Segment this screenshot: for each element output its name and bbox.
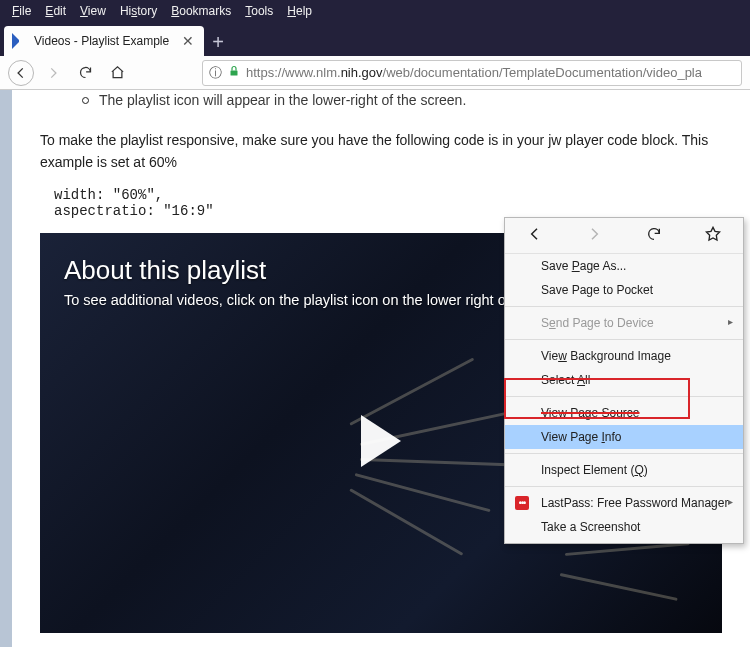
- ctx-lastpass[interactable]: ••• LastPass: Free Password Manager ▸: [505, 491, 743, 515]
- ctx-reload-icon[interactable]: [639, 226, 669, 246]
- lastpass-icon: •••: [515, 496, 529, 510]
- ctx-inspect-element[interactable]: Inspect Element (Q): [505, 458, 743, 482]
- menu-help[interactable]: Help: [281, 2, 318, 20]
- lock-icon[interactable]: [228, 65, 240, 80]
- back-button[interactable]: [8, 60, 34, 86]
- menu-history[interactable]: History: [114, 2, 163, 20]
- navigation-toolbar: ⓘ https://www.nlm.nih.gov/web/documentat…: [0, 56, 750, 90]
- ctx-view-page-info[interactable]: View Page Info: [505, 425, 743, 449]
- forward-button: [40, 60, 66, 86]
- info-icon[interactable]: ⓘ: [209, 64, 222, 82]
- url-text: https://www.nlm.nih.gov/web/documentatio…: [246, 65, 702, 80]
- menu-edit[interactable]: Edit: [39, 2, 72, 20]
- close-icon[interactable]: ✕: [180, 33, 196, 49]
- separator: [505, 306, 743, 307]
- ctx-back-icon[interactable]: [520, 226, 550, 246]
- context-nav-row: [505, 218, 743, 254]
- ctx-view-page-source[interactable]: View Page Source: [505, 401, 743, 425]
- menu-view[interactable]: View: [74, 2, 112, 20]
- url-bar[interactable]: ⓘ https://www.nlm.nih.gov/web/documentat…: [202, 60, 742, 86]
- tab-title: Videos - Playlist Example: [34, 34, 174, 48]
- separator: [505, 486, 743, 487]
- submenu-arrow-icon: ▸: [728, 316, 733, 327]
- separator: [505, 453, 743, 454]
- bullet-icon: [82, 97, 89, 104]
- submenu-arrow-icon: ▸: [728, 496, 733, 507]
- ctx-select-all[interactable]: Select All: [505, 368, 743, 392]
- play-icon[interactable]: [361, 415, 401, 467]
- menu-bar: File Edit View History Bookmarks Tools H…: [0, 0, 750, 22]
- ctx-bookmark-icon[interactable]: [698, 226, 728, 246]
- ctx-view-background-image[interactable]: View Background Image: [505, 344, 743, 368]
- separator: [505, 396, 743, 397]
- tab-favicon-icon: [12, 33, 28, 49]
- tab-strip: Videos - Playlist Example ✕ +: [0, 22, 750, 56]
- ctx-send-to-device: Send Page to Device▸: [505, 311, 743, 335]
- menu-file[interactable]: File: [6, 2, 37, 20]
- home-button[interactable]: [104, 60, 130, 86]
- ctx-save-page-as[interactable]: Save Page As...: [505, 254, 743, 278]
- menu-tools[interactable]: Tools: [239, 2, 279, 20]
- svg-rect-0: [231, 71, 238, 76]
- reload-button[interactable]: [72, 60, 98, 86]
- new-tab-button[interactable]: +: [204, 28, 232, 56]
- ctx-save-to-pocket[interactable]: Save Page to Pocket: [505, 278, 743, 302]
- ctx-take-screenshot[interactable]: Take a Screenshot: [505, 515, 743, 539]
- ctx-forward-icon: [579, 226, 609, 246]
- paragraph-text: To make the playlist responsive, make su…: [40, 130, 722, 173]
- browser-tab[interactable]: Videos - Playlist Example ✕: [4, 26, 204, 56]
- separator: [505, 339, 743, 340]
- context-menu: Save Page As... Save Page to Pocket Send…: [504, 217, 744, 544]
- menu-bookmarks[interactable]: Bookmarks: [165, 2, 237, 20]
- bullet-text: The playlist icon will appear in the low…: [99, 92, 466, 108]
